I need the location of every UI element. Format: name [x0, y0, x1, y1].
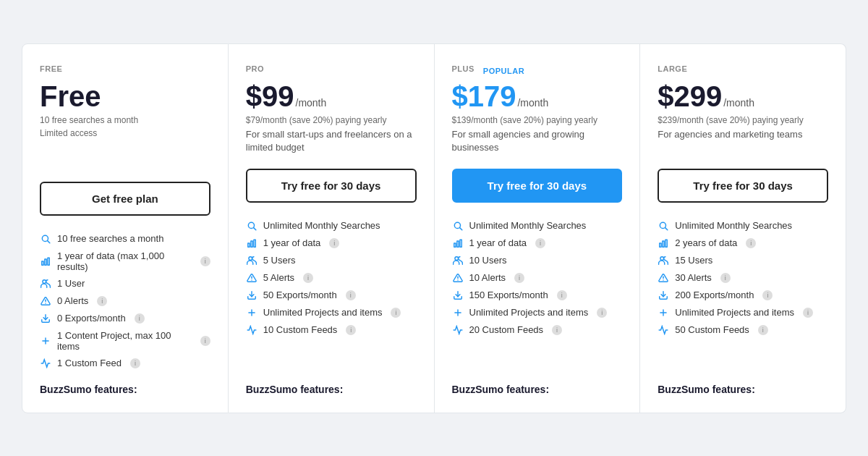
plan-subtitle-free: 10 free searches a month — [40, 115, 210, 125]
plus-icon — [40, 335, 51, 347]
feature-list-plus: Unlimited Monthly Searches1 year of data… — [452, 220, 623, 336]
feature-item: 5 Alertsi — [246, 272, 417, 284]
info-icon[interactable]: i — [200, 336, 210, 346]
info-icon[interactable]: i — [597, 308, 607, 318]
feature-item: 2 years of datai — [658, 237, 828, 249]
feature-text: Unlimited Projects and items — [675, 307, 794, 318]
feature-list-pro: Unlimited Monthly Searches1 year of data… — [246, 220, 417, 336]
info-icon[interactable]: i — [200, 256, 210, 266]
feature-list-large: Unlimited Monthly Searches2 years of dat… — [658, 220, 828, 336]
feature-text: 5 Users — [263, 255, 296, 266]
svg-line-34 — [665, 227, 668, 229]
feature-text: 30 Alerts — [675, 272, 712, 283]
plan-cta-plus[interactable]: Try free for 30 days — [452, 169, 623, 203]
plan-price-free: Free — [40, 80, 210, 112]
feature-item: 0 Alertsi — [40, 295, 210, 307]
feed-icon — [452, 324, 464, 336]
feature-item: 0 Exports/monthi — [40, 313, 210, 324]
feature-item: Unlimited Monthly Searches — [246, 220, 417, 232]
feature-text: 0 Alerts — [57, 295, 88, 306]
plan-card-large: LARGE$299/month$239/month (save 20%) pay… — [640, 43, 846, 413]
feature-item: 30 Alertsi — [658, 272, 828, 284]
pricing-container: FREEFree10 free searches a monthLimited … — [22, 43, 846, 413]
plan-price-period-plus: /month — [517, 97, 548, 109]
export-icon — [658, 290, 669, 301]
feature-item: 50 Custom Feedsi — [658, 324, 828, 336]
plan-price-amount-large: $299 — [658, 80, 722, 112]
feed-icon — [40, 358, 51, 369]
alert-icon — [658, 272, 669, 284]
info-icon[interactable]: i — [746, 238, 756, 248]
plan-card-pro: PRO$99/month$79/month (save 20%) paying … — [229, 43, 435, 413]
feature-item: Unlimited Projects and itemsi — [452, 307, 623, 318]
feature-text: 15 Users — [675, 255, 712, 266]
info-icon[interactable]: i — [552, 325, 562, 335]
buzzsumo-label-free: BuzzSumo features: — [40, 384, 210, 395]
feature-item: 10 Users — [452, 255, 623, 266]
info-icon[interactable]: i — [135, 313, 145, 324]
info-icon[interactable]: i — [720, 273, 731, 283]
bar-chart-icon — [658, 237, 669, 249]
svg-line-12 — [253, 228, 255, 230]
info-icon[interactable]: i — [329, 238, 339, 248]
plan-desc-free — [40, 141, 210, 167]
feature-item: 15 Users — [658, 255, 828, 266]
plan-desc-plus: For small agencies and growing businesse… — [452, 128, 623, 154]
info-icon[interactable]: i — [762, 290, 773, 300]
feature-text: Unlimited Monthly Searches — [469, 220, 587, 231]
feature-item: 1 year of datai — [452, 237, 623, 249]
search-icon — [246, 220, 258, 232]
feature-item: 1 year of datai — [246, 237, 417, 249]
info-icon[interactable]: i — [758, 325, 768, 335]
info-icon[interactable]: i — [557, 290, 567, 300]
info-icon[interactable]: i — [130, 358, 140, 368]
feature-text: 1 Custom Feed — [57, 358, 122, 368]
svg-rect-13 — [248, 243, 250, 247]
plan-cta-pro[interactable]: Try free for 30 days — [246, 169, 417, 203]
feature-item: 10 Custom Feedsi — [246, 324, 417, 336]
feature-item: 10 free searches a month — [40, 233, 210, 245]
feature-item: 1 year of data (max 1,000 results)i — [40, 250, 210, 272]
export-icon — [246, 290, 258, 301]
info-icon[interactable]: i — [346, 325, 356, 335]
feature-list-free: 10 free searches a month1 year of data (… — [40, 233, 210, 369]
alert-icon — [452, 272, 464, 284]
feature-text: 200 Exports/month — [675, 290, 754, 300]
svg-rect-24 — [454, 243, 455, 247]
info-icon[interactable]: i — [803, 308, 813, 318]
svg-rect-14 — [251, 241, 252, 247]
plus-icon — [452, 307, 464, 318]
info-icon[interactable]: i — [346, 290, 356, 300]
feature-text: 1 year of data (max 1,000 results) — [57, 250, 192, 272]
feature-text: 10 Alerts — [469, 272, 506, 283]
feature-item: 5 Users — [246, 255, 417, 266]
info-icon[interactable]: i — [391, 308, 401, 318]
plan-cta-large[interactable]: Try free for 30 days — [658, 169, 828, 203]
svg-rect-25 — [456, 241, 458, 247]
svg-rect-37 — [665, 240, 667, 247]
plan-subtitle-pro: $79/month (save 20%) paying yearly — [246, 115, 417, 125]
plan-subtitle-plus: $139/month (save 20%) paying yearly — [452, 115, 623, 125]
plan-label-pro: PRO — [246, 64, 264, 73]
svg-rect-36 — [663, 241, 664, 247]
info-icon[interactable]: i — [535, 238, 545, 248]
feature-text: 2 years of data — [675, 237, 737, 248]
feed-icon — [658, 324, 669, 336]
feature-text: 50 Custom Feeds — [675, 324, 749, 335]
info-icon[interactable]: i — [514, 273, 524, 283]
feature-item: 200 Exports/monthi — [658, 290, 828, 301]
info-icon[interactable]: i — [97, 296, 107, 306]
feature-text: 5 Alerts — [263, 272, 294, 283]
info-icon[interactable]: i — [303, 273, 313, 283]
feature-text: 0 Exports/month — [57, 313, 126, 324]
feature-text: 10 free searches a month — [57, 233, 163, 244]
feature-item: Unlimited Projects and itemsi — [658, 307, 828, 318]
feature-item: 150 Exports/monthi — [452, 290, 623, 301]
feature-text: 150 Exports/month — [469, 290, 548, 300]
plan-price-amount-pro: $99 — [246, 80, 294, 112]
plan-label-large: LARGE — [658, 64, 687, 73]
search-icon — [452, 220, 464, 232]
plan-cta-free[interactable]: Get free plan — [40, 182, 210, 216]
feature-item: 10 Alertsi — [452, 272, 623, 284]
feature-text: 1 year of data — [263, 237, 321, 248]
